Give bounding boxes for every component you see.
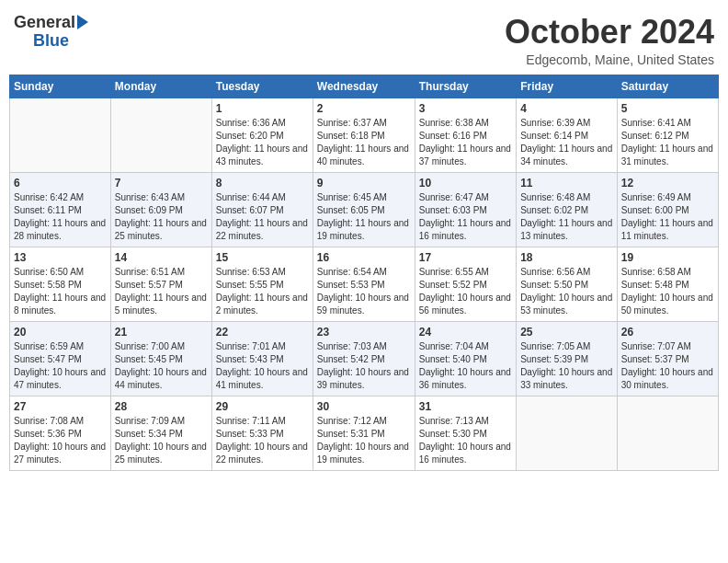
- day-number: 20: [14, 326, 107, 339]
- day-info: Sunrise: 6:54 AM Sunset: 5:53 PM Dayligh…: [317, 266, 411, 317]
- calendar-cell: 6Sunrise: 6:42 AM Sunset: 6:11 PM Daylig…: [10, 172, 111, 247]
- day-number: 12: [621, 177, 714, 190]
- calendar-cell: 5Sunrise: 6:41 AM Sunset: 6:12 PM Daylig…: [617, 98, 718, 172]
- day-info: Sunrise: 6:36 AM Sunset: 6:20 PM Dayligh…: [216, 117, 309, 168]
- calendar-cell: 4Sunrise: 6:39 AM Sunset: 6:14 PM Daylig…: [517, 98, 618, 172]
- weekday-header-friday: Friday: [517, 75, 618, 98]
- weekday-header-thursday: Thursday: [415, 75, 516, 98]
- weekday-header-row: SundayMondayTuesdayWednesdayThursdayFrid…: [10, 75, 719, 98]
- day-info: Sunrise: 7:07 AM Sunset: 5:37 PM Dayligh…: [621, 340, 714, 392]
- day-number: 9: [317, 177, 411, 190]
- day-info: Sunrise: 6:50 AM Sunset: 5:58 PM Dayligh…: [14, 266, 107, 317]
- day-info: Sunrise: 6:37 AM Sunset: 6:18 PM Dayligh…: [317, 117, 411, 168]
- weekday-header-saturday: Saturday: [617, 75, 718, 98]
- calendar-cell: 9Sunrise: 6:45 AM Sunset: 6:05 PM Daylig…: [313, 172, 415, 247]
- calendar-cell: 21Sunrise: 7:00 AM Sunset: 5:45 PM Dayli…: [110, 321, 211, 396]
- calendar-week-row: 13Sunrise: 6:50 AM Sunset: 5:58 PM Dayli…: [10, 247, 719, 321]
- day-info: Sunrise: 6:48 AM Sunset: 6:02 PM Dayligh…: [520, 191, 613, 243]
- day-info: Sunrise: 6:55 AM Sunset: 5:52 PM Dayligh…: [419, 266, 512, 317]
- day-number: 10: [419, 177, 512, 190]
- day-number: 26: [621, 326, 714, 339]
- day-number: 15: [216, 251, 309, 264]
- day-info: Sunrise: 6:44 AM Sunset: 6:07 PM Dayligh…: [216, 191, 309, 243]
- calendar-cell: [10, 98, 111, 172]
- day-number: 3: [419, 102, 512, 115]
- day-number: 5: [621, 102, 714, 115]
- calendar-cell: 3Sunrise: 6:38 AM Sunset: 6:16 PM Daylig…: [415, 98, 516, 172]
- day-info: Sunrise: 7:12 AM Sunset: 5:31 PM Dayligh…: [317, 415, 411, 466]
- day-number: 7: [115, 177, 208, 190]
- day-number: 8: [216, 177, 309, 190]
- calendar-cell: 2Sunrise: 6:37 AM Sunset: 6:18 PM Daylig…: [313, 98, 415, 172]
- day-info: Sunrise: 6:45 AM Sunset: 6:05 PM Dayligh…: [317, 191, 411, 243]
- weekday-header-monday: Monday: [110, 75, 211, 98]
- logo-blue-text: Blue: [33, 32, 69, 51]
- day-info: Sunrise: 6:43 AM Sunset: 6:09 PM Dayligh…: [115, 191, 208, 243]
- calendar-cell: 26Sunrise: 7:07 AM Sunset: 5:37 PM Dayli…: [617, 321, 718, 396]
- logo-text: General: [14, 14, 75, 32]
- calendar-cell: 14Sunrise: 6:51 AM Sunset: 5:57 PM Dayli…: [110, 247, 211, 321]
- day-number: 29: [216, 400, 309, 413]
- day-number: 27: [14, 400, 107, 413]
- calendar-week-row: 6Sunrise: 6:42 AM Sunset: 6:11 PM Daylig…: [10, 172, 719, 247]
- calendar-cell: 18Sunrise: 6:56 AM Sunset: 5:50 PM Dayli…: [517, 247, 618, 321]
- calendar-cell: 8Sunrise: 6:44 AM Sunset: 6:07 PM Daylig…: [211, 172, 313, 247]
- calendar-cell: 7Sunrise: 6:43 AM Sunset: 6:09 PM Daylig…: [110, 172, 211, 247]
- day-info: Sunrise: 7:08 AM Sunset: 5:36 PM Dayligh…: [14, 415, 107, 466]
- calendar-cell: 17Sunrise: 6:55 AM Sunset: 5:52 PM Dayli…: [415, 247, 516, 321]
- day-info: Sunrise: 6:53 AM Sunset: 5:55 PM Dayligh…: [216, 266, 309, 317]
- day-info: Sunrise: 7:01 AM Sunset: 5:43 PM Dayligh…: [216, 340, 309, 392]
- calendar-cell: 23Sunrise: 7:03 AM Sunset: 5:42 PM Dayli…: [313, 321, 415, 396]
- calendar-cell: 12Sunrise: 6:49 AM Sunset: 6:00 PM Dayli…: [617, 172, 718, 247]
- day-info: Sunrise: 6:58 AM Sunset: 5:48 PM Dayligh…: [621, 266, 714, 317]
- day-info: Sunrise: 6:59 AM Sunset: 5:47 PM Dayligh…: [14, 340, 107, 392]
- day-info: Sunrise: 6:42 AM Sunset: 6:11 PM Dayligh…: [14, 191, 107, 243]
- day-number: 11: [520, 177, 613, 190]
- weekday-header-tuesday: Tuesday: [211, 75, 313, 98]
- weekday-header-wednesday: Wednesday: [313, 75, 415, 98]
- calendar-week-row: 1Sunrise: 6:36 AM Sunset: 6:20 PM Daylig…: [10, 98, 719, 172]
- calendar-cell: 24Sunrise: 7:04 AM Sunset: 5:40 PM Dayli…: [415, 321, 516, 396]
- calendar-cell: 20Sunrise: 6:59 AM Sunset: 5:47 PM Dayli…: [10, 321, 111, 396]
- day-number: 14: [115, 251, 208, 264]
- calendar-cell: 28Sunrise: 7:09 AM Sunset: 5:34 PM Dayli…: [110, 396, 211, 470]
- calendar-cell: 11Sunrise: 6:48 AM Sunset: 6:02 PM Dayli…: [517, 172, 618, 247]
- calendar-cell: 25Sunrise: 7:05 AM Sunset: 5:39 PM Dayli…: [517, 321, 618, 396]
- day-number: 23: [317, 326, 411, 339]
- day-info: Sunrise: 7:03 AM Sunset: 5:42 PM Dayligh…: [317, 340, 411, 392]
- calendar-cell: [110, 98, 211, 172]
- day-info: Sunrise: 7:11 AM Sunset: 5:33 PM Dayligh…: [216, 415, 309, 466]
- day-number: 18: [520, 251, 613, 264]
- day-number: 31: [419, 400, 512, 413]
- calendar-week-row: 27Sunrise: 7:08 AM Sunset: 5:36 PM Dayli…: [10, 396, 719, 470]
- calendar-cell: 16Sunrise: 6:54 AM Sunset: 5:53 PM Dayli…: [313, 247, 415, 321]
- day-number: 16: [317, 251, 411, 264]
- calendar-cell: 1Sunrise: 6:36 AM Sunset: 6:20 PM Daylig…: [211, 98, 313, 172]
- day-info: Sunrise: 6:41 AM Sunset: 6:12 PM Dayligh…: [621, 117, 714, 168]
- day-number: 25: [520, 326, 613, 339]
- day-number: 22: [216, 326, 309, 339]
- day-info: Sunrise: 7:09 AM Sunset: 5:34 PM Dayligh…: [115, 415, 208, 466]
- calendar-cell: 31Sunrise: 7:13 AM Sunset: 5:30 PM Dayli…: [415, 396, 516, 470]
- calendar-cell: 19Sunrise: 6:58 AM Sunset: 5:48 PM Dayli…: [617, 247, 718, 321]
- calendar-cell: 30Sunrise: 7:12 AM Sunset: 5:31 PM Dayli…: [313, 396, 415, 470]
- day-info: Sunrise: 7:13 AM Sunset: 5:30 PM Dayligh…: [419, 415, 512, 466]
- day-number: 4: [520, 102, 613, 115]
- title-block: October 2024 Edgecomb, Maine, United Sta…: [505, 14, 714, 67]
- calendar-table: SundayMondayTuesdayWednesdayThursdayFrid…: [9, 75, 719, 471]
- day-info: Sunrise: 7:05 AM Sunset: 5:39 PM Dayligh…: [520, 340, 613, 392]
- day-info: Sunrise: 7:04 AM Sunset: 5:40 PM Dayligh…: [419, 340, 512, 392]
- calendar-cell: 13Sunrise: 6:50 AM Sunset: 5:58 PM Dayli…: [10, 247, 111, 321]
- logo-arrow-icon: [77, 15, 88, 29]
- day-number: 28: [115, 400, 208, 413]
- calendar-cell: 10Sunrise: 6:47 AM Sunset: 6:03 PM Dayli…: [415, 172, 516, 247]
- location: Edgecomb, Maine, United States: [505, 52, 714, 67]
- day-info: Sunrise: 6:39 AM Sunset: 6:14 PM Dayligh…: [520, 117, 613, 168]
- calendar-week-row: 20Sunrise: 6:59 AM Sunset: 5:47 PM Dayli…: [10, 321, 719, 396]
- weekday-header-sunday: Sunday: [10, 75, 111, 98]
- day-number: 2: [317, 102, 411, 115]
- day-number: 13: [14, 251, 107, 264]
- calendar-cell: [517, 396, 618, 470]
- day-number: 24: [419, 326, 512, 339]
- day-number: 17: [419, 251, 512, 264]
